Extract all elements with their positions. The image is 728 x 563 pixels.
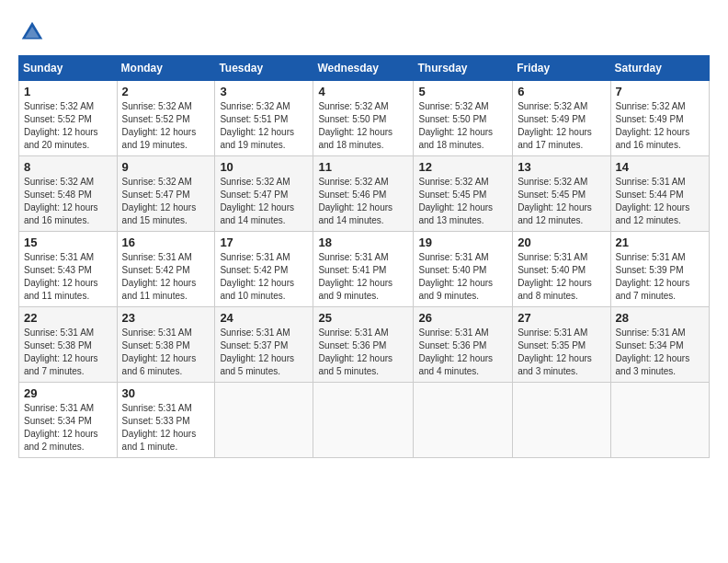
calendar-week-row: 15Sunrise: 5:31 AM Sunset: 5:43 PM Dayli…	[19, 232, 710, 307]
day-detail: Sunrise: 5:32 AM Sunset: 5:52 PM Dayligh…	[122, 100, 210, 152]
day-detail: Sunrise: 5:31 AM Sunset: 5:41 PM Dayligh…	[318, 251, 408, 303]
calendar-day-cell: 23Sunrise: 5:31 AM Sunset: 5:38 PM Dayli…	[117, 307, 215, 383]
day-number: 6	[518, 85, 605, 98]
calendar-body: 1Sunrise: 5:32 AM Sunset: 5:52 PM Daylig…	[19, 81, 710, 458]
calendar-week-row: 8Sunrise: 5:32 AM Sunset: 5:48 PM Daylig…	[19, 156, 710, 232]
calendar-week-row: 1Sunrise: 5:32 AM Sunset: 5:52 PM Daylig…	[19, 81, 710, 156]
day-detail: Sunrise: 5:31 AM Sunset: 5:38 PM Dayligh…	[122, 327, 210, 378]
calendar-day-cell: 16Sunrise: 5:31 AM Sunset: 5:42 PM Dayli…	[117, 232, 215, 307]
day-detail: Sunrise: 5:31 AM Sunset: 5:39 PM Dayligh…	[616, 251, 704, 303]
day-number: 1	[24, 85, 112, 98]
calendar-day-cell: 25Sunrise: 5:31 AM Sunset: 5:36 PM Dayli…	[313, 307, 414, 383]
day-number: 2	[122, 85, 210, 98]
logo	[18, 18, 50, 46]
calendar-day-cell: 8Sunrise: 5:32 AM Sunset: 5:48 PM Daylig…	[19, 156, 118, 232]
day-number: 5	[418, 85, 507, 98]
day-number: 16	[122, 236, 210, 249]
day-detail: Sunrise: 5:32 AM Sunset: 5:50 PM Dayligh…	[318, 100, 408, 152]
day-detail: Sunrise: 5:31 AM Sunset: 5:44 PM Dayligh…	[616, 176, 704, 227]
day-detail: Sunrise: 5:32 AM Sunset: 5:49 PM Dayligh…	[518, 100, 605, 152]
day-detail: Sunrise: 5:31 AM Sunset: 5:42 PM Dayligh…	[122, 251, 210, 303]
day-detail: Sunrise: 5:31 AM Sunset: 5:43 PM Dayligh…	[24, 251, 112, 303]
weekday-header: Saturday	[610, 56, 709, 81]
day-detail: Sunrise: 5:32 AM Sunset: 5:45 PM Dayligh…	[418, 176, 507, 227]
weekday-header: Wednesday	[313, 56, 414, 81]
day-number: 12	[418, 160, 507, 174]
day-detail: Sunrise: 5:32 AM Sunset: 5:46 PM Dayligh…	[318, 176, 408, 227]
day-number: 29	[24, 386, 112, 400]
day-number: 19	[418, 236, 507, 249]
day-detail: Sunrise: 5:31 AM Sunset: 5:42 PM Dayligh…	[220, 251, 308, 303]
day-number: 20	[518, 236, 605, 249]
day-detail: Sunrise: 5:32 AM Sunset: 5:51 PM Dayligh…	[220, 100, 308, 152]
calendar-day-cell: 1Sunrise: 5:32 AM Sunset: 5:52 PM Daylig…	[19, 81, 118, 156]
weekday-header: Sunday	[19, 56, 118, 81]
day-number: 25	[318, 311, 408, 325]
calendar-table: SundayMondayTuesdayWednesdayThursdayFrid…	[18, 55, 710, 458]
day-number: 27	[518, 311, 605, 325]
day-detail: Sunrise: 5:31 AM Sunset: 5:33 PM Dayligh…	[122, 402, 210, 454]
day-detail: Sunrise: 5:32 AM Sunset: 5:52 PM Dayligh…	[24, 100, 112, 152]
calendar-day-cell: 27Sunrise: 5:31 AM Sunset: 5:35 PM Dayli…	[513, 307, 610, 383]
calendar-day-cell: 11Sunrise: 5:32 AM Sunset: 5:46 PM Dayli…	[313, 156, 414, 232]
day-detail: Sunrise: 5:31 AM Sunset: 5:35 PM Dayligh…	[518, 327, 605, 378]
calendar-header: SundayMondayTuesdayWednesdayThursdayFrid…	[19, 56, 710, 81]
day-number: 13	[518, 160, 605, 174]
calendar-day-cell: 15Sunrise: 5:31 AM Sunset: 5:43 PM Dayli…	[19, 232, 118, 307]
day-number: 15	[24, 236, 112, 249]
day-detail: Sunrise: 5:32 AM Sunset: 5:49 PM Dayligh…	[616, 100, 704, 152]
day-detail: Sunrise: 5:31 AM Sunset: 5:40 PM Dayligh…	[418, 251, 507, 303]
day-number: 9	[122, 160, 210, 174]
logo-icon	[18, 18, 46, 46]
calendar-day-cell: 2Sunrise: 5:32 AM Sunset: 5:52 PM Daylig…	[117, 81, 215, 156]
calendar-day-cell: 22Sunrise: 5:31 AM Sunset: 5:38 PM Dayli…	[19, 307, 118, 383]
calendar-day-cell: 19Sunrise: 5:31 AM Sunset: 5:40 PM Dayli…	[414, 232, 513, 307]
day-number: 3	[220, 85, 308, 98]
calendar-day-cell: 7Sunrise: 5:32 AM Sunset: 5:49 PM Daylig…	[610, 81, 709, 156]
calendar-day-cell: 9Sunrise: 5:32 AM Sunset: 5:47 PM Daylig…	[117, 156, 215, 232]
calendar-day-cell: 20Sunrise: 5:31 AM Sunset: 5:40 PM Dayli…	[513, 232, 610, 307]
calendar-day-cell: 14Sunrise: 5:31 AM Sunset: 5:44 PM Dayli…	[610, 156, 709, 232]
day-detail: Sunrise: 5:32 AM Sunset: 5:47 PM Dayligh…	[220, 176, 308, 227]
day-number: 24	[220, 311, 308, 325]
weekday-header: Monday	[117, 56, 215, 81]
day-number: 10	[220, 160, 308, 174]
calendar-day-cell	[313, 383, 414, 458]
day-detail: Sunrise: 5:31 AM Sunset: 5:34 PM Dayligh…	[616, 327, 704, 378]
calendar-day-cell: 13Sunrise: 5:32 AM Sunset: 5:45 PM Dayli…	[513, 156, 610, 232]
calendar-week-row: 22Sunrise: 5:31 AM Sunset: 5:38 PM Dayli…	[19, 307, 710, 383]
calendar-day-cell: 28Sunrise: 5:31 AM Sunset: 5:34 PM Dayli…	[610, 307, 709, 383]
day-number: 17	[220, 236, 308, 249]
day-detail: Sunrise: 5:31 AM Sunset: 5:34 PM Dayligh…	[24, 402, 112, 454]
day-detail: Sunrise: 5:31 AM Sunset: 5:37 PM Dayligh…	[220, 327, 308, 378]
day-number: 22	[24, 311, 112, 325]
day-number: 7	[616, 85, 704, 98]
calendar-day-cell: 6Sunrise: 5:32 AM Sunset: 5:49 PM Daylig…	[513, 81, 610, 156]
day-detail: Sunrise: 5:32 AM Sunset: 5:48 PM Dayligh…	[24, 176, 112, 227]
calendar-week-row: 29Sunrise: 5:31 AM Sunset: 5:34 PM Dayli…	[19, 383, 710, 458]
calendar-day-cell: 5Sunrise: 5:32 AM Sunset: 5:50 PM Daylig…	[414, 81, 513, 156]
day-detail: Sunrise: 5:31 AM Sunset: 5:36 PM Dayligh…	[418, 327, 507, 378]
calendar-day-cell	[610, 383, 709, 458]
day-number: 11	[318, 160, 408, 174]
day-detail: Sunrise: 5:32 AM Sunset: 5:45 PM Dayligh…	[518, 176, 605, 227]
calendar-day-cell: 26Sunrise: 5:31 AM Sunset: 5:36 PM Dayli…	[414, 307, 513, 383]
day-number: 23	[122, 311, 210, 325]
day-detail: Sunrise: 5:31 AM Sunset: 5:38 PM Dayligh…	[24, 327, 112, 378]
calendar-day-cell: 18Sunrise: 5:31 AM Sunset: 5:41 PM Dayli…	[313, 232, 414, 307]
calendar-day-cell: 10Sunrise: 5:32 AM Sunset: 5:47 PM Dayli…	[215, 156, 313, 232]
day-detail: Sunrise: 5:31 AM Sunset: 5:36 PM Dayligh…	[318, 327, 408, 378]
day-number: 4	[318, 85, 408, 98]
calendar-day-cell: 12Sunrise: 5:32 AM Sunset: 5:45 PM Dayli…	[414, 156, 513, 232]
calendar-day-cell: 24Sunrise: 5:31 AM Sunset: 5:37 PM Dayli…	[215, 307, 313, 383]
day-number: 30	[122, 386, 210, 400]
calendar-day-cell	[215, 383, 313, 458]
calendar-day-cell: 17Sunrise: 5:31 AM Sunset: 5:42 PM Dayli…	[215, 232, 313, 307]
calendar-day-cell	[414, 383, 513, 458]
calendar-day-cell: 29Sunrise: 5:31 AM Sunset: 5:34 PM Dayli…	[19, 383, 118, 458]
weekday-header: Friday	[513, 56, 610, 81]
header-row: SundayMondayTuesdayWednesdayThursdayFrid…	[19, 56, 710, 81]
day-detail: Sunrise: 5:31 AM Sunset: 5:40 PM Dayligh…	[518, 251, 605, 303]
calendar-day-cell: 30Sunrise: 5:31 AM Sunset: 5:33 PM Dayli…	[117, 383, 215, 458]
calendar-day-cell	[513, 383, 610, 458]
